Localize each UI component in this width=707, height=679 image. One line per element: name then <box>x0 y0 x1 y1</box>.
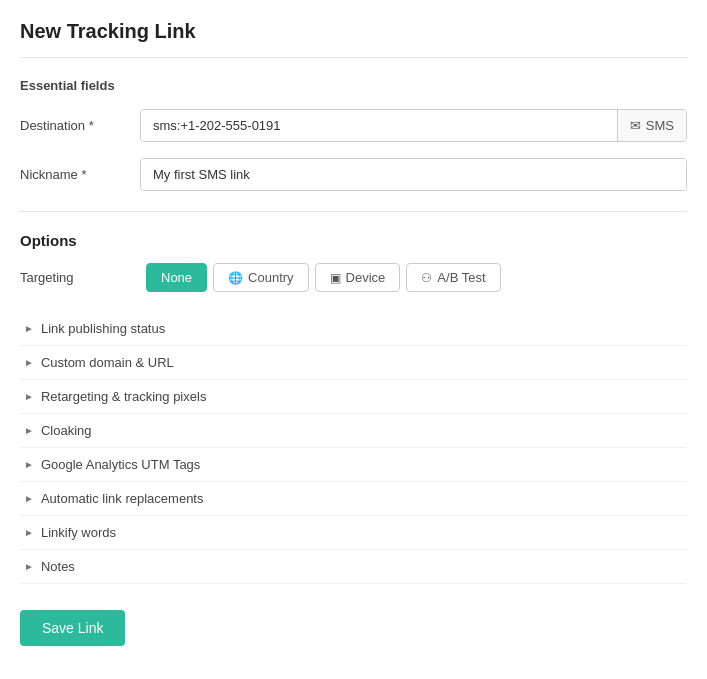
save-link-button[interactable]: Save Link <box>20 610 125 646</box>
arrow-icon-retargeting: ► <box>24 391 34 402</box>
arrow-icon-cloaking: ► <box>24 425 34 436</box>
custom-domain-label: Custom domain & URL <box>41 355 174 370</box>
collapsible-retargeting[interactable]: ► Retargeting & tracking pixels <box>20 380 687 414</box>
collapsible-auto-replace[interactable]: ► Automatic link replacements <box>20 482 687 516</box>
globe-icon <box>228 270 243 285</box>
retargeting-label: Retargeting & tracking pixels <box>41 389 206 404</box>
arrow-icon-notes: ► <box>24 561 34 572</box>
destination-label: Destination * <box>20 118 140 133</box>
targeting-row: Targeting None Country Device A/B Test <box>20 263 687 292</box>
destination-input[interactable] <box>141 110 617 141</box>
destination-input-wrapper: ✉ SMS <box>140 109 687 142</box>
targeting-btn-ab[interactable]: A/B Test <box>406 263 500 292</box>
targeting-btn-group: None Country Device A/B Test <box>146 263 501 292</box>
cloaking-label: Cloaking <box>41 423 92 438</box>
nickname-input[interactable] <box>141 159 686 190</box>
nickname-input-wrapper <box>140 158 687 191</box>
nickname-field-row: Nickname * <box>20 158 687 191</box>
options-section-label: Options <box>20 232 687 249</box>
destination-field-row: Destination * ✉ SMS <box>20 109 687 142</box>
collapsible-notes[interactable]: ► Notes <box>20 550 687 584</box>
collapsible-utm-tags[interactable]: ► Google Analytics UTM Tags <box>20 448 687 482</box>
linkify-label: Linkify words <box>41 525 116 540</box>
device-icon <box>330 270 341 285</box>
arrow-icon-auto-replace: ► <box>24 493 34 504</box>
collapsible-custom-domain[interactable]: ► Custom domain & URL <box>20 346 687 380</box>
essential-section-label: Essential fields <box>20 78 687 93</box>
targeting-label: Targeting <box>20 270 140 285</box>
arrow-icon-linkify: ► <box>24 527 34 538</box>
section-divider <box>20 211 687 212</box>
collapsible-cloaking[interactable]: ► Cloaking <box>20 414 687 448</box>
collapsible-link-publishing[interactable]: ► Link publishing status <box>20 312 687 346</box>
targeting-btn-none[interactable]: None <box>146 263 207 292</box>
collapsible-linkify[interactable]: ► Linkify words <box>20 516 687 550</box>
sms-badge-label: SMS <box>646 118 674 133</box>
auto-replace-label: Automatic link replacements <box>41 491 204 506</box>
targeting-btn-country[interactable]: Country <box>213 263 309 292</box>
page-container: New Tracking Link Essential fields Desti… <box>0 0 707 679</box>
page-title: New Tracking Link <box>20 20 687 58</box>
targeting-btn-device[interactable]: Device <box>315 263 401 292</box>
sms-badge: ✉ SMS <box>617 110 686 141</box>
sms-icon: ✉ <box>630 118 641 133</box>
utm-tags-label: Google Analytics UTM Tags <box>41 457 200 472</box>
nickname-label: Nickname * <box>20 167 140 182</box>
link-publishing-label: Link publishing status <box>41 321 165 336</box>
collapsible-sections: ► Link publishing status ► Custom domain… <box>20 312 687 584</box>
arrow-icon-link-publishing: ► <box>24 323 34 334</box>
arrow-icon-custom-domain: ► <box>24 357 34 368</box>
notes-label: Notes <box>41 559 75 574</box>
arrow-icon-utm: ► <box>24 459 34 470</box>
ab-icon <box>421 270 432 285</box>
